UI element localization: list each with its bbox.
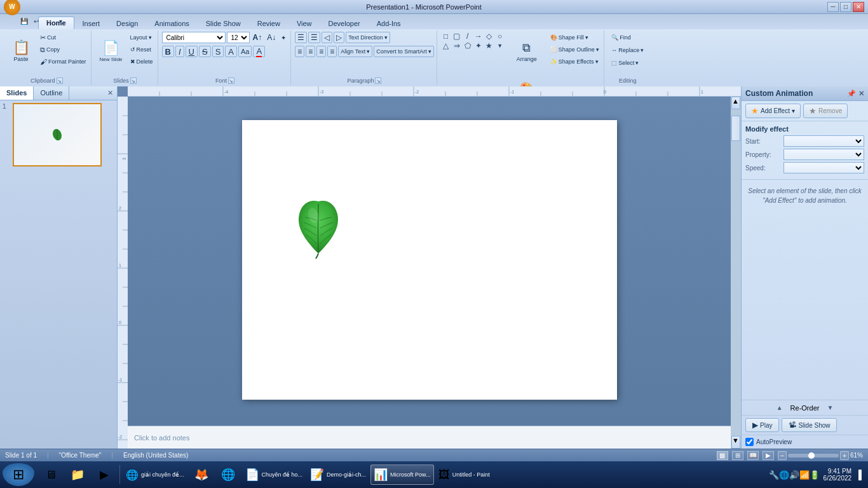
slideshow-view-btn[interactable]: ▶ — [763, 451, 774, 460]
leaf-image[interactable] — [293, 196, 344, 260]
format-painter-button[interactable]: 🖌 Format Painter — [38, 56, 88, 67]
shape-effects-button[interactable]: ✨ Shape Effects ▾ — [548, 56, 601, 67]
close-button[interactable]: ✕ — [853, 2, 864, 12]
reset-button[interactable]: ↺ Reset — [128, 44, 155, 55]
change-case-button[interactable]: Aa — [238, 46, 252, 57]
reorder-up-button[interactable]: ▲ — [774, 403, 785, 412]
normal-view-btn[interactable]: ▦ — [717, 451, 728, 460]
bold-button[interactable]: B — [162, 46, 174, 57]
shape-diamond[interactable]: ◇ — [484, 32, 494, 41]
animation-pin-button[interactable]: 📌 — [847, 90, 856, 98]
scrollbar-thumb[interactable] — [731, 116, 740, 141]
scrollbar-up[interactable]: ▲ — [731, 97, 740, 109]
convert-smartart-button[interactable]: Convert to SmartArt ▾ — [374, 46, 434, 57]
shape-line[interactable]: / — [463, 32, 473, 41]
qa-redo[interactable]: ↪ — [43, 16, 53, 26]
taskbar-item-paint[interactable]: 🖼 Untitled - Paint — [435, 464, 493, 485]
shape-rect[interactable]: □ — [441, 32, 451, 41]
shape-rt-arrow[interactable]: ⇒ — [452, 41, 462, 50]
slide-panel-close[interactable]: ✕ — [104, 86, 117, 100]
shape-triangle[interactable]: △ — [441, 41, 451, 50]
tab-slideshow[interactable]: Slide Show — [198, 17, 249, 29]
clipboard-expander[interactable]: ↘ — [57, 78, 63, 84]
arrange-button[interactable]: ⧉ Arrange — [508, 32, 546, 71]
reading-view-btn[interactable]: 📖 — [747, 451, 759, 460]
text-direction-button[interactable]: Text Direction ▾ — [346, 32, 390, 43]
shape-outline-button[interactable]: ⬜ Shape Outline ▾ — [548, 44, 601, 55]
maximize-button[interactable]: □ — [840, 2, 851, 12]
start-button[interactable]: ⊞ — [3, 463, 34, 486]
slideshow-button[interactable]: 📽 Slide Show — [782, 418, 837, 432]
numbering-button[interactable]: ☰ — [308, 32, 320, 43]
taskbar-item-folder[interactable]: 📁 — [65, 464, 90, 485]
taskbar-item-word-demo[interactable]: 📝 Demo-giải-ch... — [307, 464, 369, 485]
center-button[interactable]: ≡ — [306, 46, 315, 57]
clear-format-button[interactable]: ✦ — [279, 32, 288, 43]
find-button[interactable]: 🔍 Find — [609, 32, 633, 43]
remove-effect-button[interactable]: ★ Remove — [803, 104, 848, 118]
slide-item-1[interactable]: 1 — [3, 103, 114, 166]
shape-fill-button[interactable]: 🎨 Shape Fill ▾ — [548, 32, 601, 43]
scrollbar-down[interactable]: ▼ — [731, 436, 740, 449]
cut-button[interactable]: ✂ Cut — [38, 32, 88, 43]
italic-button[interactable]: I — [175, 46, 184, 57]
taskbar-item-ie[interactable]: 🌐 — [215, 464, 241, 485]
vertical-scrollbar[interactable]: ▲ ▼ — [731, 97, 741, 449]
tray-icons[interactable]: 🔧🌐🔊📶🔋 — [769, 470, 820, 480]
font-name-select[interactable]: Calibri — [162, 32, 226, 43]
paste-button[interactable]: 📋 Paste — [5, 32, 37, 71]
shape-star4[interactable]: ✦ — [473, 41, 484, 50]
play-button[interactable]: ▶ Play — [745, 418, 779, 432]
add-effect-button[interactable]: ★ Add Effect ▾ — [745, 104, 801, 118]
tab-addins[interactable]: Add-Ins — [369, 17, 409, 29]
shape-pentagon[interactable]: ⬠ — [463, 41, 473, 50]
bullets-button[interactable]: ☰ — [295, 32, 307, 43]
font-color-button[interactable]: A — [253, 46, 265, 57]
paragraph-expander[interactable]: ↘ — [375, 78, 381, 84]
taskbar-item-media[interactable]: ▶ — [92, 464, 117, 485]
justify-button[interactable]: ≡ — [327, 46, 337, 57]
taskbar-item-ppt[interactable]: 📊 Microsoft Pow... — [370, 464, 434, 485]
align-right-button[interactable]: ≡ — [316, 46, 326, 57]
align-left-button[interactable]: ≡ — [295, 46, 304, 57]
char-spacing-button[interactable]: A — [225, 46, 237, 57]
select-button[interactable]: ⬚ Select ▾ — [609, 57, 641, 69]
underline-button[interactable]: U — [186, 46, 198, 57]
decrease-font-button[interactable]: A↓ — [265, 32, 278, 43]
taskbar-item-explorer[interactable]: 🖥 — [38, 464, 64, 485]
slide-panel-tab-outline[interactable]: Outline — [34, 86, 69, 100]
strikethrough-button[interactable]: S — [199, 46, 211, 57]
taskbar-item-pdf[interactable]: 📄 Chuyên đề ho... — [242, 464, 306, 485]
font-expander[interactable]: ↘ — [228, 78, 234, 84]
slides-expander[interactable]: ↘ — [130, 78, 137, 84]
minimize-button[interactable]: ─ — [827, 2, 839, 12]
shape-arrow[interactable]: → — [473, 32, 484, 41]
shape-more[interactable]: ▼ — [495, 41, 505, 50]
font-size-select[interactable]: 12 — [227, 32, 250, 43]
align-text-button[interactable]: Align Text ▾ — [338, 46, 372, 57]
slide-sorter-btn[interactable]: ⊞ — [732, 451, 743, 460]
animation-close-button[interactable]: ✕ — [858, 90, 864, 98]
zoom-thumb[interactable] — [808, 452, 815, 459]
office-button[interactable]: W — [4, 0, 20, 15]
property-select[interactable] — [783, 149, 864, 160]
tab-animations[interactable]: Animations — [146, 17, 197, 29]
taskbar-item-firefox[interactable]: 🦊 — [189, 464, 214, 485]
copy-button[interactable]: ⧉ Copy — [38, 44, 88, 55]
slide-thumbnail-1[interactable] — [13, 103, 102, 166]
tab-insert[interactable]: Insert — [74, 17, 109, 29]
qa-dropdown[interactable]: ▾ — [55, 16, 65, 26]
shape-rounded-rect[interactable]: ▢ — [452, 32, 462, 41]
slide-panel-tab-slides[interactable]: Slides — [0, 86, 34, 100]
reorder-down-button[interactable]: ▼ — [824, 403, 836, 412]
speed-select[interactable] — [783, 162, 864, 173]
dec-indent-button[interactable]: ◁ — [322, 32, 332, 43]
increase-font-button[interactable]: A↑ — [251, 32, 264, 43]
qa-save[interactable]: 💾 — [19, 16, 29, 26]
qa-undo[interactable]: ↩ — [31, 16, 41, 26]
replace-button[interactable]: ↔ Replace ▾ — [609, 44, 646, 56]
tab-developer[interactable]: Developer — [320, 17, 369, 29]
tab-review[interactable]: Review — [249, 17, 288, 29]
zoom-slider[interactable] — [788, 454, 839, 458]
show-desktop-btn[interactable]: ▐ — [855, 470, 862, 480]
